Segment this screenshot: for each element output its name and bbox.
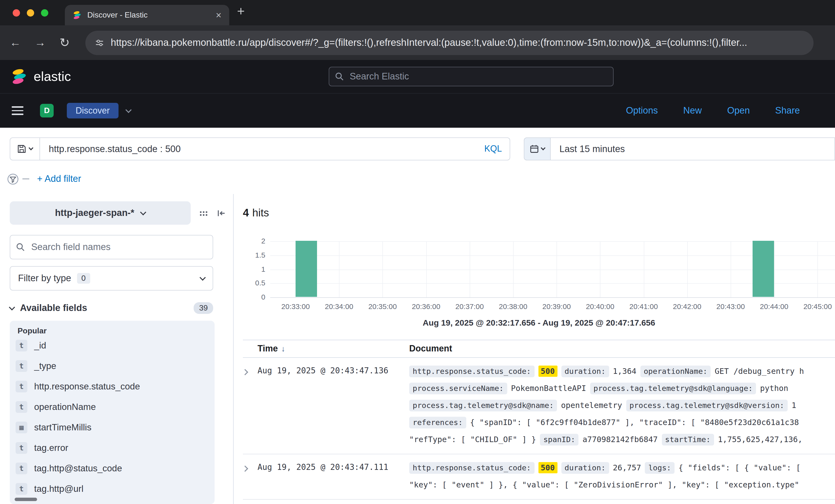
browser-url-bar: ← → ↻ https://kibana.pokemonbattle.ru/ap… (0, 25, 835, 60)
field-item[interactable]: ttag.error (16, 438, 215, 458)
expand-row-button[interactable] (243, 459, 258, 493)
field-item[interactable]: t_type (16, 356, 215, 376)
url-field[interactable]: https://kibana.pokemonbattle.ru/app/disc… (85, 30, 814, 55)
table-row: Aug 19, 2025 @ 20:43:47.136http.response… (243, 358, 835, 454)
string-field-icon: t (16, 463, 27, 474)
chevron-down-icon[interactable] (125, 106, 131, 112)
global-search-input[interactable] (349, 71, 607, 82)
document-line: references:{ "spanID": [ "6f2c9ff04b1de8… (409, 414, 835, 431)
field-item[interactable]: t_id (16, 335, 215, 356)
collapse-sidebar-icon[interactable] (217, 208, 226, 218)
document-line: http.response.status_code:500duration:26… (409, 459, 835, 476)
document-column-header: Document (409, 344, 452, 354)
chevron-down-icon (9, 304, 15, 310)
x-tick-label: 20:34:00 (325, 302, 353, 311)
x-gridline (383, 241, 383, 297)
field-item[interactable]: toperationName (16, 397, 215, 417)
field-key-pill[interactable]: http.response.status_code: (409, 462, 534, 474)
field-key-pill[interactable]: logs: (645, 462, 674, 474)
global-search-box[interactable] (329, 67, 614, 86)
toolbar-link-options[interactable]: Options (626, 105, 658, 116)
histogram-plot[interactable]: 20:33:0020:34:0020:35:0020:36:0020:37:00… (270, 241, 835, 297)
y-gridline (270, 297, 835, 298)
saved-query-button[interactable] (10, 138, 40, 160)
breadcrumb[interactable]: Discover (67, 103, 119, 119)
field-key-pill[interactable]: http.response.status_code: (409, 365, 534, 377)
row-time: Aug 19, 2025 @ 20:43:47.136 (258, 363, 404, 448)
document-line: "key": [ "event" ] }, { "value": [ "Zero… (409, 476, 835, 493)
expand-row-button[interactable] (243, 363, 258, 448)
histogram-bar[interactable] (752, 241, 774, 297)
available-fields-header[interactable]: Available fields 39 (10, 298, 213, 318)
forward-icon[interactable]: → (35, 37, 46, 48)
time-column-header[interactable]: Time ↓ (258, 344, 404, 354)
field-statistics-icon[interactable] (199, 208, 208, 218)
maximize-window-button[interactable] (41, 9, 48, 16)
field-key-pill[interactable]: process.tag.telemetry@sdk@version: (626, 399, 788, 411)
field-search-box[interactable] (10, 235, 213, 259)
histogram-bar[interactable] (296, 241, 317, 297)
field-value: 1,755,625,427,136, (718, 435, 802, 444)
minimize-window-button[interactable] (27, 9, 34, 16)
field-name: tag.http@status_code (34, 463, 122, 474)
filter-by-type-label: Filter by type (18, 273, 71, 284)
field-key-pill[interactable]: process.tag.telemetry@sdk@name: (409, 399, 557, 411)
y-tick-label: 0 (261, 293, 265, 301)
close-tab-icon[interactable]: × (216, 10, 221, 20)
query-language-button[interactable]: KQL (484, 144, 502, 154)
field-item[interactable]: ttag.http@status_code (16, 458, 215, 479)
y-gridline (270, 284, 835, 284)
x-tick-label: 20:44:00 (760, 302, 789, 311)
chevron-down-icon (541, 146, 546, 150)
query-input[interactable] (48, 143, 478, 155)
field-value: python (760, 384, 789, 393)
query-input-field[interactable]: KQL (40, 138, 510, 160)
back-icon[interactable]: ← (10, 37, 21, 48)
browser-tab[interactable]: Discover - Elastic × (65, 5, 229, 25)
x-gridline (774, 241, 775, 297)
space-avatar[interactable]: D (40, 104, 54, 118)
documents-table: Time ↓ Document Aug 19, 2025 @ 20:43:47.… (243, 340, 835, 500)
histogram-chart: 21.510.50 20:33:0020:34:0020:35:0020:36:… (243, 241, 835, 297)
reload-icon[interactable]: ↻ (60, 37, 70, 49)
field-item[interactable]: ttag.http@url (16, 479, 215, 499)
chevron-down-icon (140, 209, 146, 215)
elastic-brand[interactable]: elastic (11, 68, 71, 85)
toolbar-link-share[interactable]: Share (775, 105, 800, 116)
field-item[interactable]: thttp.response.status_code (16, 376, 215, 397)
document-line: http.response.status_code:500duration:1,… (409, 363, 835, 380)
field-key-pill[interactable]: operationName: (640, 365, 711, 377)
menu-icon[interactable] (12, 106, 23, 115)
chevron-down-icon (28, 146, 34, 150)
field-key-pill[interactable]: duration: (561, 462, 609, 474)
field-item[interactable]: ▦startTimeMillis (16, 417, 215, 438)
field-key-pill[interactable]: duration: (561, 365, 609, 377)
sort-descending-icon[interactable]: ↓ (281, 344, 285, 353)
time-range-button[interactable]: Last 15 minutes (551, 138, 835, 160)
toolbar-link-open[interactable]: Open (727, 105, 750, 116)
field-key-pill[interactable]: spanID: (540, 434, 579, 445)
toolbar-links: OptionsNewOpenShare (626, 105, 800, 116)
discover-body: http-jaeger-span-* (0, 194, 835, 504)
toolbar-link-new[interactable]: New (683, 105, 702, 116)
close-window-button[interactable] (13, 9, 20, 16)
x-gridline (687, 241, 688, 297)
scrollbar-thumb[interactable] (15, 498, 37, 501)
field-search-input[interactable] (30, 241, 207, 253)
quick-select-button[interactable] (524, 138, 551, 160)
filter-icon[interactable] (7, 173, 19, 185)
field-key-pill[interactable]: process.tag.telemetry@sdk@language: (590, 382, 756, 394)
field-key-pill[interactable]: startTime: (661, 434, 714, 445)
popular-fields-panel: Popular t_idt_typethttp.response.status_… (10, 321, 215, 504)
filter-by-type-button[interactable]: Filter by type 0 (10, 266, 213, 291)
field-value: 1 (792, 401, 796, 410)
field-key-pill[interactable]: process.serviceName: (409, 382, 507, 394)
site-settings-icon[interactable] (95, 38, 104, 47)
string-field-icon: t (16, 401, 27, 413)
new-tab-button[interactable]: + (237, 4, 245, 19)
field-name: _type (34, 361, 56, 372)
field-key-pill[interactable]: references: (409, 417, 466, 428)
data-view-picker[interactable]: http-jaeger-span-* (10, 201, 191, 225)
document-line: "refType": [ "CHILD_OF" ] }spanID:a77098… (409, 431, 835, 448)
add-filter-button[interactable]: + Add filter (37, 173, 81, 184)
